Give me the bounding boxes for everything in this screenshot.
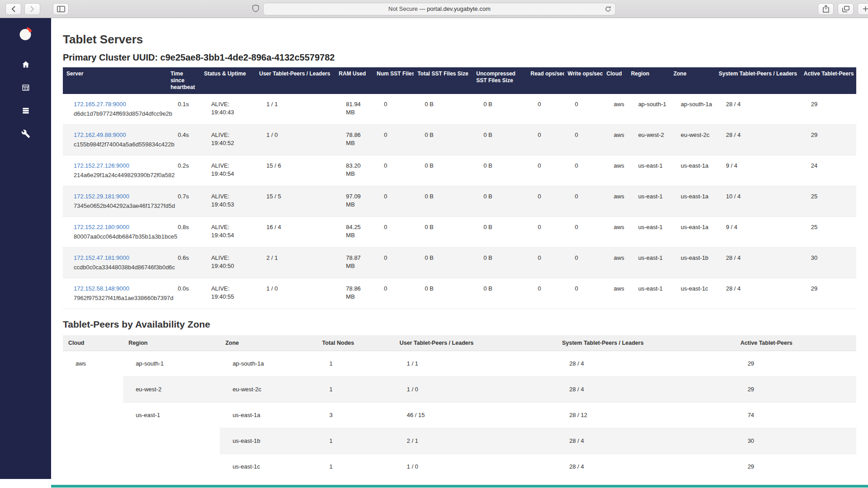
back-button[interactable] [5, 3, 21, 15]
column-header: Active Tablet-Peers [800, 67, 856, 94]
cell-uncompressed_sst_size: 0 B [472, 248, 527, 278]
column-header: Region [123, 335, 220, 351]
cell-zone: eu-west-2c [670, 125, 715, 155]
new-tab-button[interactable] [858, 3, 868, 15]
server-address-link[interactable]: 172.152.29.181:9000 [74, 193, 129, 200]
zone-header-row: CloudRegionZoneTotal NodesUser Tablet-Pe… [63, 335, 856, 351]
column-header: Active Tablet-Peers [735, 335, 856, 351]
sidebar-item-home[interactable] [0, 55, 51, 78]
sidebar-item-tablet-servers[interactable] [0, 101, 51, 124]
server-address-link[interactable]: 172.152.58.148:9000 [74, 285, 129, 292]
column-header: Server [63, 67, 167, 94]
cell-write_ops: 0 [564, 186, 603, 217]
reload-button[interactable] [605, 6, 611, 14]
cell-cloud: aws [603, 155, 627, 186]
cell-server: 172.165.27.78:9000 d6dc1d7b97724ff693d85… [63, 94, 167, 125]
cell-active_tablet_peers: 30 [800, 248, 856, 278]
cell-system_tablet_peers: 28 / 12 [557, 403, 735, 428]
cell-total_sst_size: 0 B [414, 125, 472, 155]
cell-write_ops: 0 [564, 248, 603, 278]
cell-system_tablet_peers: 28 / 4 [557, 428, 735, 454]
cell-active_tablet_peers: 25 [800, 186, 856, 217]
cell-status: ALIVE: 19:40:53 [200, 186, 255, 217]
cell-ram: 78.86 MB [335, 125, 373, 155]
server-address-link[interactable]: 172.152.47.181:9000 [74, 254, 129, 261]
cell-user_tablet_peers: 1 / 1 [394, 351, 557, 377]
cell-active_tablet_peers: 29 [800, 278, 856, 309]
cell-user_tablet_peers: 2 / 1 [255, 248, 335, 278]
cell-zone: ap-south-1a [670, 94, 715, 125]
server-address-link[interactable]: 172.162.49.88:9000 [74, 131, 126, 138]
server-uuid: 80007aa0cc064db6847b35b1a3b1bce5 [74, 233, 164, 241]
reload-icon [605, 6, 611, 12]
cell-total_sst_size: 0 B [414, 278, 472, 309]
cell-total_sst_size: 0 B [414, 94, 472, 125]
cell-ram: 78.86 MB [335, 278, 373, 309]
cell-write_ops: 0 [564, 125, 603, 155]
server-row: 172.152.22.180:9000 80007aa0cc064db6847b… [63, 217, 856, 248]
cell-num_sst_files: 0 [373, 155, 414, 186]
privacy-shield-button[interactable] [252, 5, 259, 14]
server-address-link[interactable]: 172.165.27.78:9000 [74, 101, 126, 108]
cell-read_ops: 0 [527, 155, 564, 186]
shield-icon [252, 5, 259, 12]
yugabyte-logo[interactable] [17, 25, 34, 44]
column-header: Time since heartbeat [167, 67, 200, 94]
server-uuid: 7962f975327f41f6a1ae338660b7397d [74, 294, 164, 302]
sidebar-toggle-button[interactable] [53, 3, 69, 15]
chevron-right-icon [30, 6, 34, 12]
cell-write_ops: 0 [564, 94, 603, 125]
cell-write_ops: 0 [564, 155, 603, 186]
sidebar-panel-icon [57, 6, 65, 12]
cell-server: 172.152.58.148:9000 7962f975327f41f6a1ae… [63, 278, 167, 309]
address-security-label: Not Secure [388, 5, 418, 12]
sidebar-item-utilities[interactable] [0, 124, 51, 147]
column-header: Total SST Files Size [414, 67, 472, 94]
cell-uncompressed_sst_size: 0 B [472, 155, 527, 186]
zone-table: CloudRegionZoneTotal NodesUser Tablet-Pe… [63, 335, 856, 479]
column-header: Num SST Files [373, 67, 414, 94]
cell-cloud: aws [603, 217, 627, 248]
cell-cloud: aws [603, 248, 627, 278]
cell-user_tablet_peers: 16 / 4 [255, 217, 335, 248]
tab-overview-button[interactable] [838, 3, 854, 15]
cell-system_tablet_peers: 28 / 4 [715, 125, 800, 155]
cell-total_nodes: 1 [317, 377, 394, 403]
column-header: System Tablet-Peers / Leaders [557, 335, 735, 351]
cell-status: ALIVE: 19:40:54 [200, 217, 255, 248]
server-row: 172.162.49.88:9000 c155b984f2f74004a5a6d… [63, 125, 856, 155]
cell-region: us-east-1 [627, 155, 670, 186]
server-row: 172.152.58.148:9000 7962f975327f41f6a1ae… [63, 278, 856, 309]
column-header: Cloud [603, 67, 627, 94]
cell-cloud: aws [63, 351, 123, 479]
main-content: Tablet Servers Primary Cluster UUID: c9e… [51, 18, 868, 479]
sidebar [0, 18, 51, 479]
server-address-link[interactable]: 172.152.27.126:9000 [74, 162, 129, 169]
cell-system_tablet_peers: 9 / 4 [715, 155, 800, 186]
address-bar[interactable]: Not Secure — portal.dev.yugabyte.com [263, 3, 616, 15]
cell-active_tablet_peers: 29 [735, 377, 856, 403]
server-uuid: 214a6e29f1a24c449829390b72f0a582 [74, 171, 164, 179]
cell-system_tablet_peers: 28 / 4 [715, 94, 800, 125]
cell-total_nodes: 1 [317, 428, 394, 454]
cell-active_tablet_peers: 29 [800, 94, 856, 125]
forward-button[interactable] [24, 3, 40, 15]
cell-user_tablet_peers: 1 / 0 [394, 377, 557, 403]
sidebar-item-tables[interactable] [0, 78, 51, 101]
cell-region: us-east-1 [627, 186, 670, 217]
share-button[interactable] [818, 3, 834, 15]
server-address-link[interactable]: 172.152.22.180:9000 [74, 224, 129, 230]
cell-total_nodes: 1 [317, 454, 394, 479]
cell-server: 172.152.47.181:9000 ccdb0c0ca33448038b4d… [63, 248, 167, 278]
cell-system_tablet_peers: 10 / 4 [715, 186, 800, 217]
cell-heartbeat: 0.0s [167, 278, 200, 309]
cell-read_ops: 0 [527, 278, 564, 309]
footer-accent-bar [51, 485, 868, 488]
cell-server: 172.152.27.126:9000 214a6e29f1a24c449829… [63, 155, 167, 186]
cell-ram: 84.25 MB [335, 217, 373, 248]
chevron-left-icon [11, 6, 15, 12]
cell-uncompressed_sst_size: 0 B [472, 186, 527, 217]
cell-system_tablet_peers: 28 / 4 [557, 351, 735, 377]
cell-active_tablet_peers: 24 [800, 155, 856, 186]
cell-region: ap-south-1 [123, 351, 220, 377]
